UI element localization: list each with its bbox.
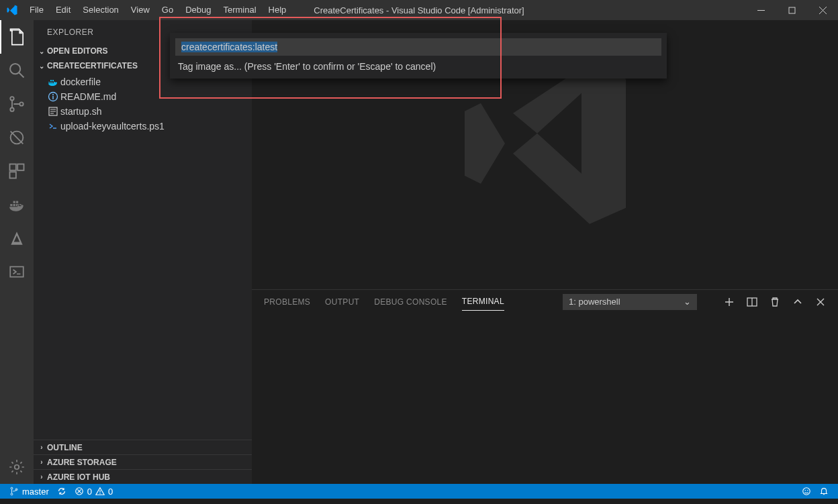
- close-button[interactable]: [807, 0, 838, 20]
- status-problems[interactable]: 0 0: [71, 484, 117, 499]
- section-azure-iot[interactable]: ›AZURE IOT HUB: [34, 469, 252, 484]
- svg-point-23: [807, 490, 808, 491]
- menu-edit[interactable]: Edit: [50, 0, 77, 20]
- activity-search[interactable]: [0, 54, 34, 87]
- menu-file[interactable]: File: [24, 0, 50, 20]
- menu-help[interactable]: Help: [263, 0, 293, 20]
- svg-point-12: [52, 94, 54, 95]
- svg-point-2: [10, 97, 13, 100]
- section-label: AZURE STORAGE: [47, 458, 117, 467]
- status-notifications[interactable]: [815, 484, 833, 499]
- chevron-right-icon: ›: [36, 458, 47, 466]
- section-label: AZURE IOT HUB: [47, 472, 110, 482]
- file-upload-ps1[interactable]: upload-keyvaultcerts.ps1: [34, 119, 252, 134]
- chevron-right-icon: ›: [36, 473, 47, 481]
- activity-bar: [0, 20, 34, 484]
- svg-point-20: [99, 493, 100, 494]
- status-branch[interactable]: master: [5, 484, 53, 499]
- menu-bar: File Edit Selection View Go Debug Termin…: [24, 0, 292, 20]
- close-panel-button[interactable]: [815, 297, 826, 307]
- tab-terminal[interactable]: TERMINAL: [462, 293, 504, 311]
- status-bar: master 0 0: [0, 484, 838, 499]
- svg-point-21: [803, 488, 810, 495]
- smiley-icon: [802, 487, 811, 496]
- vscode-icon: [0, 4, 24, 16]
- activity-scm[interactable]: [0, 87, 34, 121]
- branch-name: master: [22, 487, 49, 497]
- section-outline[interactable]: ›OUTLINE: [34, 440, 252, 454]
- split-terminal-button[interactable]: [747, 297, 757, 307]
- error-count: 0: [87, 487, 92, 497]
- quick-input-description: Tag image as... (Press 'Enter' to confir…: [175, 56, 661, 73]
- window-controls: [745, 0, 838, 20]
- activity-docker[interactable]: [0, 188, 34, 221]
- file-tree: dockerfile README.md startup.sh upload-k…: [34, 73, 252, 135]
- activity-settings[interactable]: [0, 450, 34, 484]
- info-icon: [46, 91, 60, 102]
- file-readme[interactable]: README.md: [34, 89, 252, 104]
- section-label: OPEN EDITORS: [47, 46, 107, 56]
- chevron-right-icon: ›: [36, 444, 47, 451]
- sync-icon: [57, 487, 66, 496]
- menu-view[interactable]: View: [125, 0, 156, 20]
- activity-powershell[interactable]: [0, 255, 34, 289]
- file-name: dockerfile: [60, 77, 101, 87]
- svg-point-22: [805, 490, 806, 491]
- tab-output[interactable]: OUTPUT: [325, 293, 359, 311]
- svg-point-3: [10, 107, 13, 111]
- activity-extensions[interactable]: [0, 154, 34, 188]
- powershell-file-icon: [46, 121, 60, 132]
- svg-point-10: [15, 465, 19, 470]
- tab-problems[interactable]: PROBLEMS: [264, 293, 310, 311]
- section-label: OUTLINE: [47, 443, 83, 452]
- svg-rect-0: [789, 7, 795, 13]
- quick-input: Tag image as... (Press 'Enter' to confir…: [170, 33, 667, 79]
- editor-area: PROBLEMS OUTPUT DEBUG CONSOLE TERMINAL 1…: [252, 20, 838, 484]
- title-bar: File Edit Selection View Go Debug Termin…: [0, 0, 838, 20]
- quick-input-field[interactable]: [175, 38, 661, 56]
- chevron-down-icon: ⌄: [684, 297, 691, 307]
- chevron-down-icon: ⌄: [36, 62, 47, 70]
- section-azure-storage[interactable]: ›AZURE STORAGE: [34, 454, 252, 469]
- sidebar: EXPLORER ⌄OPEN EDITORS ⌄CREATECERTIFICAT…: [34, 20, 252, 484]
- window-title: CreateCertificates - Visual Studio Code …: [314, 5, 524, 15]
- svg-point-16: [11, 487, 13, 489]
- menu-go[interactable]: Go: [156, 0, 179, 20]
- menu-selection[interactable]: Selection: [77, 0, 124, 20]
- panel-tabs: PROBLEMS OUTPUT DEBUG CONSOLE TERMINAL 1…: [252, 290, 838, 313]
- chevron-down-icon: ⌄: [36, 48, 47, 55]
- git-branch-icon: [9, 487, 19, 496]
- maximize-button[interactable]: [776, 0, 807, 20]
- svg-rect-6: [10, 164, 16, 170]
- svg-rect-7: [17, 164, 24, 170]
- section-label: CREATECERTIFICATES: [47, 61, 138, 70]
- menu-debug[interactable]: Debug: [179, 0, 217, 20]
- svg-rect-8: [10, 172, 16, 178]
- minimize-button[interactable]: [745, 0, 776, 20]
- panel-actions: [724, 297, 826, 307]
- file-name: startup.sh: [60, 106, 101, 117]
- svg-point-4: [19, 102, 23, 105]
- menu-terminal[interactable]: Terminal: [217, 0, 262, 20]
- status-feedback[interactable]: [798, 484, 815, 499]
- svg-point-17: [11, 493, 13, 495]
- kill-terminal-button[interactable]: [770, 297, 780, 307]
- terminal-selector[interactable]: 1: powershell ⌄: [563, 294, 697, 310]
- panel: PROBLEMS OUTPUT DEBUG CONSOLE TERMINAL 1…: [252, 289, 838, 484]
- file-name: README.md: [60, 91, 116, 102]
- bell-icon: [819, 487, 829, 496]
- warning-count: 0: [108, 487, 113, 497]
- activity-debug[interactable]: [0, 121, 34, 154]
- tab-debug-console[interactable]: DEBUG CONSOLE: [374, 293, 447, 311]
- svg-point-1: [10, 64, 20, 74]
- activity-azure[interactable]: [0, 221, 34, 255]
- new-terminal-button[interactable]: [724, 297, 735, 307]
- warning-icon: [95, 487, 105, 496]
- file-name: upload-keyvaultcerts.ps1: [60, 121, 165, 132]
- error-icon: [75, 487, 84, 496]
- status-sync[interactable]: [53, 484, 71, 499]
- maximize-panel-button[interactable]: [792, 297, 803, 307]
- file-startup-sh[interactable]: startup.sh: [34, 104, 252, 119]
- svg-rect-13: [52, 96, 53, 99]
- activity-explorer[interactable]: [0, 20, 34, 54]
